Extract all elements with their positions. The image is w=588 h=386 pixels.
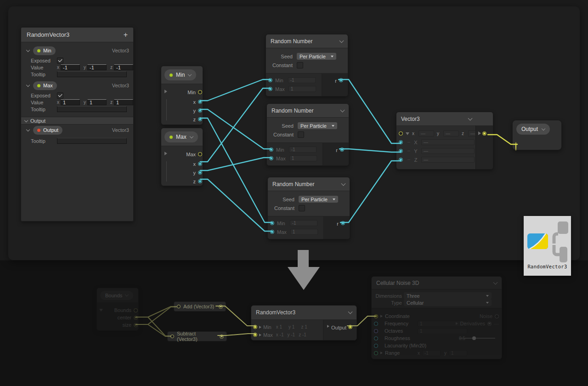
cellular-noise-3d-node[interactable]: Cellular Noise 3D Dimensions Three Type …	[371, 276, 502, 359]
expander-icon[interactable]	[259, 334, 261, 336]
chevron-down-icon[interactable]	[26, 83, 30, 87]
chevron-down-icon[interactable]	[125, 293, 129, 296]
vector3-output-port[interactable]	[482, 131, 486, 136]
x-output-port[interactable]	[198, 100, 202, 104]
chevron-down-icon[interactable]	[339, 38, 344, 43]
chevron-down-icon[interactable]	[493, 280, 498, 284]
value-x-field[interactable]: 1	[61, 99, 80, 105]
output-input-port[interactable]	[515, 142, 516, 151]
wire-center-add[interactable]	[136, 307, 176, 317]
bounds-parameter-node[interactable]: Bounds Bounds center size	[96, 288, 139, 331]
wire-size-subtract[interactable]	[136, 324, 171, 336]
property-pill[interactable]: Max	[33, 81, 57, 90]
max-input-port[interactable]	[269, 156, 273, 160]
wire-size-add[interactable]	[136, 307, 176, 324]
max-input-port[interactable]	[270, 230, 274, 234]
subgraph-output-node[interactable]: Output	[512, 120, 562, 150]
range-y-field[interactable]: 1	[449, 350, 467, 356]
add-property-button[interactable]: +	[124, 31, 128, 39]
center-output-port[interactable]	[134, 316, 138, 320]
z-output-port[interactable]	[198, 179, 202, 183]
min-parameter-node[interactable]: Min Min x y z	[161, 66, 203, 125]
derivatives-output-port[interactable]	[487, 322, 492, 326]
x-input-port[interactable]	[399, 140, 403, 144]
chevron-down-icon[interactable]	[542, 126, 545, 130]
vector3-input-port[interactable]	[399, 131, 403, 136]
subtract-input-port[interactable]	[170, 335, 174, 338]
range-input-port[interactable]	[374, 351, 378, 355]
blackboard-property-min[interactable]: Min Vector3	[21, 46, 133, 55]
value-y-field[interactable]: 1	[87, 99, 107, 105]
bounds-output-port[interactable]	[134, 308, 138, 312]
expander-icon[interactable]	[164, 152, 167, 155]
chevron-down-icon[interactable]	[26, 128, 30, 131]
y-output-port[interactable]	[198, 108, 202, 113]
add-output-port[interactable]	[219, 305, 223, 309]
size-output-port[interactable]	[134, 323, 138, 327]
chevron-down-icon[interactable]	[189, 134, 193, 138]
random-number-node-3[interactable]: Random Number Seed Per Particle Constant…	[267, 177, 350, 239]
tooltip-field[interactable]	[57, 71, 127, 77]
result-output-port[interactable]	[339, 78, 343, 82]
type-dropdown[interactable]: Cellular	[404, 299, 492, 306]
add-input-port[interactable]	[177, 305, 181, 308]
dimensions-dropdown[interactable]: Three	[404, 292, 492, 299]
expander-icon[interactable]	[406, 132, 409, 135]
blackboard-property-output[interactable]: Output Vector3	[21, 125, 133, 135]
frequency-input-port[interactable]	[374, 322, 378, 326]
output-port[interactable]	[348, 325, 352, 329]
result-output-port[interactable]	[340, 148, 344, 152]
octaves-input-port[interactable]	[374, 329, 378, 333]
seed-dropdown[interactable]: Per Particle	[298, 122, 337, 129]
roughness-input-port[interactable]	[374, 336, 378, 341]
blackboard-title-bar[interactable]: RandomVector3 +	[21, 28, 133, 42]
add-vector3-node[interactable]: Add (Vector3)	[174, 301, 226, 312]
expander-icon[interactable]	[259, 326, 261, 329]
chevron-down-icon[interactable]	[468, 116, 473, 120]
x-output-port[interactable]	[198, 162, 202, 166]
max-input-port[interactable]	[253, 333, 257, 337]
output-pill[interactable]: Output	[516, 124, 550, 135]
value-x-field[interactable]: -1	[61, 64, 80, 70]
exposed-checkbox[interactable]	[57, 57, 63, 64]
randomvector3-asset-card[interactable]: RandomVector3	[524, 216, 571, 276]
vector3-output-port[interactable]	[198, 90, 202, 94]
seed-dropdown[interactable]: Per Particle	[297, 53, 336, 60]
expander-icon[interactable]	[380, 315, 383, 318]
chevron-down-icon[interactable]	[348, 310, 353, 314]
y-output-port[interactable]	[198, 170, 202, 175]
chevron-down-icon[interactable]	[24, 118, 28, 122]
subtract-output-port[interactable]	[220, 335, 224, 339]
chevron-down-icon[interactable]	[341, 181, 346, 186]
expander-icon[interactable]	[478, 131, 481, 135]
output-section-header[interactable]: Output	[21, 117, 133, 125]
min-parameter-pill[interactable]: Min	[164, 69, 196, 80]
random-number-node-1[interactable]: Random Number Seed Per Particle Constant…	[266, 34, 348, 96]
tooltip-field[interactable]	[57, 106, 127, 112]
wire-center-subtract[interactable]	[136, 317, 171, 336]
expander-icon[interactable]	[327, 325, 329, 328]
z-output-port[interactable]	[198, 117, 202, 121]
subtract-vector3-node[interactable]: Subtract (Vector3)	[167, 331, 227, 341]
constant-checkbox[interactable]	[298, 131, 304, 138]
vector3-node[interactable]: Vector3 x— y— z— X — Y — Z —	[396, 112, 493, 170]
chevron-down-icon[interactable]	[340, 108, 345, 112]
min-input-port[interactable]	[270, 221, 274, 225]
expander-icon[interactable]	[380, 352, 383, 354]
tooltip-field[interactable]	[57, 138, 127, 144]
lacunarity-input-port[interactable]	[374, 344, 378, 348]
value-z-field[interactable]: -1	[114, 64, 133, 70]
constant-checkbox[interactable]	[299, 205, 305, 211]
octaves-field[interactable]: 1	[418, 328, 467, 334]
blackboard-panel[interactable]: RandomVector3 + Min Vector3 Exposed Valu…	[21, 27, 134, 221]
expander-icon[interactable]	[99, 309, 103, 312]
property-pill[interactable]: Output	[33, 126, 62, 135]
slider-handle[interactable]	[472, 336, 476, 340]
coordinate-input-port[interactable]	[374, 314, 378, 318]
min-input-port[interactable]	[268, 78, 272, 82]
expander-icon[interactable]	[164, 90, 167, 93]
random-number-node-2[interactable]: Random Number Seed Per Particle Constant…	[266, 103, 349, 166]
bounds-pill[interactable]: Bounds	[100, 291, 133, 300]
exposed-checkbox[interactable]	[57, 92, 63, 99]
vector3-output-port[interactable]	[198, 152, 202, 156]
